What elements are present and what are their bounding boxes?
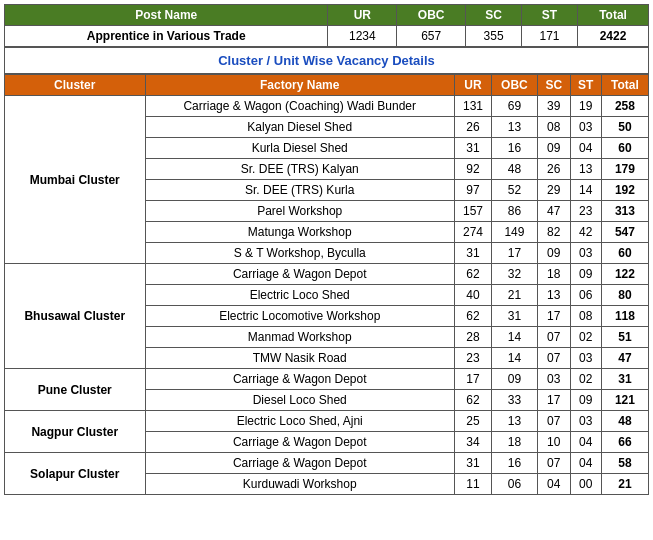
factory-cell: Carriage & Wagon Depot <box>145 453 454 474</box>
factory-cell: Kurduwadi Workshop <box>145 474 454 495</box>
sc-cell: 07 <box>537 411 570 432</box>
st-cell: 23 <box>570 201 601 222</box>
ur-cell: 25 <box>454 411 491 432</box>
col-header-total: Total <box>578 5 649 26</box>
st-cell: 03 <box>570 411 601 432</box>
cluster-col-header: Cluster <box>5 75 146 96</box>
factory-col-header: Factory Name <box>145 75 454 96</box>
ur-cell: 274 <box>454 222 491 243</box>
obc-col-header: OBC <box>492 75 538 96</box>
ur-cell: 157 <box>454 201 491 222</box>
sc-cell: 17 <box>537 390 570 411</box>
cluster-cell: Nagpur Cluster <box>5 411 146 453</box>
factory-cell: Electric Loco Shed, Ajni <box>145 411 454 432</box>
total-cell: 313 <box>601 201 648 222</box>
total-cell: 48 <box>601 411 648 432</box>
obc-cell: 69 <box>492 96 538 117</box>
factory-cell: TMW Nasik Road <box>145 348 454 369</box>
st-cell: 19 <box>570 96 601 117</box>
ur-cell: 62 <box>454 264 491 285</box>
ur-cell: 28 <box>454 327 491 348</box>
total-cell: 192 <box>601 180 648 201</box>
sc-cell: 03 <box>537 369 570 390</box>
summary-sc: 355 <box>466 26 522 47</box>
total-cell: 80 <box>601 285 648 306</box>
obc-cell: 17 <box>492 243 538 264</box>
factory-cell: S & T Workshop, Byculla <box>145 243 454 264</box>
obc-cell: 06 <box>492 474 538 495</box>
st-cell: 02 <box>570 369 601 390</box>
total-cell: 51 <box>601 327 648 348</box>
col-header-ur: UR <box>328 5 397 26</box>
ur-cell: 131 <box>454 96 491 117</box>
sc-cell: 07 <box>537 327 570 348</box>
st-cell: 09 <box>570 390 601 411</box>
cluster-table: Cluster Factory Name UR OBC SC ST Total … <box>4 74 649 495</box>
obc-cell: 149 <box>492 222 538 243</box>
obc-cell: 13 <box>492 411 538 432</box>
sc-col-header: SC <box>537 75 570 96</box>
factory-cell: Carriage & Wagon Depot <box>145 264 454 285</box>
total-cell: 258 <box>601 96 648 117</box>
st-cell: 00 <box>570 474 601 495</box>
sc-cell: 18 <box>537 264 570 285</box>
total-cell: 66 <box>601 432 648 453</box>
summary-obc: 657 <box>397 26 466 47</box>
ur-cell: 92 <box>454 159 491 180</box>
st-cell: 08 <box>570 306 601 327</box>
ur-cell: 34 <box>454 432 491 453</box>
ur-cell: 40 <box>454 285 491 306</box>
post-name-cell: Apprentice in Various Trade <box>5 26 328 47</box>
col-header-st: ST <box>522 5 578 26</box>
obc-cell: 32 <box>492 264 538 285</box>
ur-cell: 26 <box>454 117 491 138</box>
st-cell: 13 <box>570 159 601 180</box>
summary-row: Apprentice in Various Trade 1234 657 355… <box>5 26 649 47</box>
total-cell: 179 <box>601 159 648 180</box>
obc-cell: 16 <box>492 138 538 159</box>
obc-cell: 13 <box>492 117 538 138</box>
factory-cell: Parel Workshop <box>145 201 454 222</box>
factory-cell: Sr. DEE (TRS) Kurla <box>145 180 454 201</box>
summary-table: Post Name UR OBC SC ST Total Apprentice … <box>4 4 649 47</box>
factory-cell: Sr. DEE (TRS) Kalyan <box>145 159 454 180</box>
ur-cell: 17 <box>454 369 491 390</box>
ur-cell: 62 <box>454 306 491 327</box>
col-header-sc: SC <box>466 5 522 26</box>
obc-cell: 48 <box>492 159 538 180</box>
st-cell: 06 <box>570 285 601 306</box>
sc-cell: 09 <box>537 138 570 159</box>
total-cell: 121 <box>601 390 648 411</box>
cluster-cell: Mumbai Cluster <box>5 96 146 264</box>
obc-cell: 86 <box>492 201 538 222</box>
obc-cell: 14 <box>492 327 538 348</box>
ur-cell: 31 <box>454 138 491 159</box>
st-cell: 42 <box>570 222 601 243</box>
summary-ur: 1234 <box>328 26 397 47</box>
table-row: Pune ClusterCarriage & Wagon Depot170903… <box>5 369 649 390</box>
ur-cell: 62 <box>454 390 491 411</box>
st-cell: 02 <box>570 327 601 348</box>
sc-cell: 07 <box>537 453 570 474</box>
cluster-cell: Pune Cluster <box>5 369 146 411</box>
factory-cell: Carriage & Wagon Depot <box>145 432 454 453</box>
total-cell: 47 <box>601 348 648 369</box>
total-cell: 60 <box>601 243 648 264</box>
table-row: Bhusawal ClusterCarriage & Wagon Depot62… <box>5 264 649 285</box>
cluster-section-title: Cluster / Unit Wise Vacancy Details <box>5 48 649 74</box>
sc-cell: 82 <box>537 222 570 243</box>
col-header-obc: OBC <box>397 5 466 26</box>
obc-cell: 16 <box>492 453 538 474</box>
total-cell: 31 <box>601 369 648 390</box>
factory-cell: Carriage & Wagon (Coaching) Wadi Bunder <box>145 96 454 117</box>
total-col-header: Total <box>601 75 648 96</box>
total-cell: 50 <box>601 117 648 138</box>
st-cell: 03 <box>570 117 601 138</box>
obc-cell: 09 <box>492 369 538 390</box>
sc-cell: 09 <box>537 243 570 264</box>
factory-cell: Matunga Workshop <box>145 222 454 243</box>
total-cell: 60 <box>601 138 648 159</box>
summary-st: 171 <box>522 26 578 47</box>
st-cell: 09 <box>570 264 601 285</box>
sc-cell: 29 <box>537 180 570 201</box>
